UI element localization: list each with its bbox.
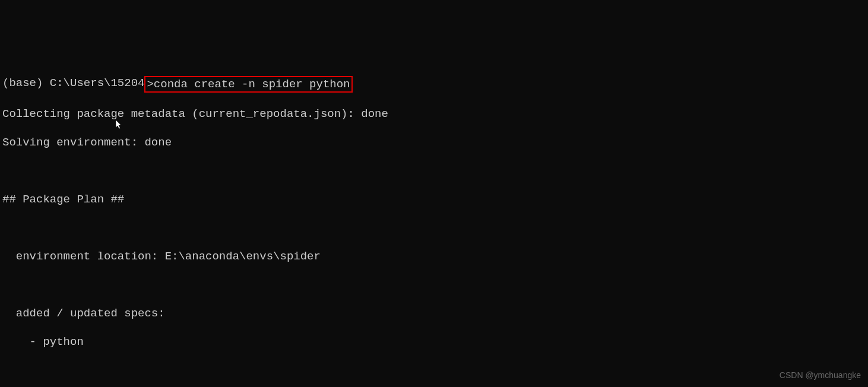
terminal-line: Collecting package metadata (current_rep… [2, 107, 866, 121]
terminal-line: Solving environment: done [2, 135, 866, 150]
terminal-line [2, 363, 866, 378]
specs-header: added / updated specs: [2, 306, 866, 321]
prompt-prefix: (base) C:\Users\15204 [2, 76, 144, 90]
terminal-output[interactable]: (base) C:\Users\15204>conda create -n sp… [0, 59, 868, 387]
terminal-line [2, 164, 866, 178]
terminal-line [2, 278, 866, 292]
highlighted-command: >conda create -n spider python [144, 76, 352, 93]
command-prompt-line: (base) C:\Users\15204>conda create -n sp… [2, 76, 866, 93]
environment-location: environment location: E:\anaconda\envs\s… [2, 249, 866, 264]
terminal-line [2, 221, 866, 235]
spec-item: - python [2, 335, 866, 349]
package-plan-header: ## Package Plan ## [2, 192, 866, 207]
watermark-text: CSDN @ymchuangke [780, 368, 861, 382]
